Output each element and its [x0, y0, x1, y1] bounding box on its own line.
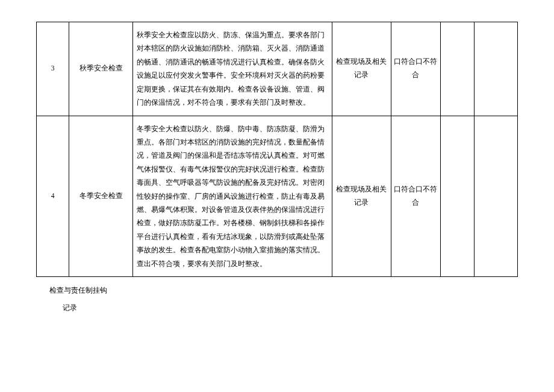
- cell-blank1: [440, 116, 474, 277]
- cell-result: 口符合口不符合: [391, 116, 440, 277]
- cell-blank2: [474, 22, 517, 116]
- cell-name: 秋季安全检查: [69, 22, 133, 116]
- cell-desc: 冬季安全大检查以防火、防爆、防中毒、防冻防凝、防滑为重点。各部门对本辖区的消防设…: [133, 116, 332, 277]
- cell-scope: 检查现场及相关记录: [332, 22, 391, 116]
- cell-num: 4: [37, 116, 69, 277]
- cell-result: 口符合口不符合: [391, 22, 440, 116]
- cell-scope: 检查现场及相关记录: [332, 116, 391, 277]
- table-row: 3 秋季安全检查 秋季安全大检查应以防火、防冻、保温为重点。要求各部门对本辖区的…: [37, 22, 518, 116]
- cell-desc: 秋季安全大检查应以防火、防冻、保温为重点。要求各部门对本辖区的防火设施如消防栓、…: [133, 22, 332, 116]
- table-row: 4 冬季安全检查 冬季安全大检查以防火、防爆、防中毒、防冻防凝、防滑为重点。各部…: [37, 116, 518, 277]
- cell-blank2: [474, 116, 517, 277]
- inspection-table: 3 秋季安全检查 秋季安全大检查应以防火、防冻、保温为重点。要求各部门对本辖区的…: [36, 22, 518, 277]
- cell-blank1: [440, 22, 474, 116]
- cell-num: 3: [37, 22, 69, 116]
- note-line-2: 记录: [63, 299, 518, 317]
- note-line-1: 检查与责任制挂钩: [49, 282, 518, 299]
- cell-name: 冬季安全检查: [69, 116, 133, 277]
- notes-section: 检查与责任制挂钩 记录: [49, 282, 518, 317]
